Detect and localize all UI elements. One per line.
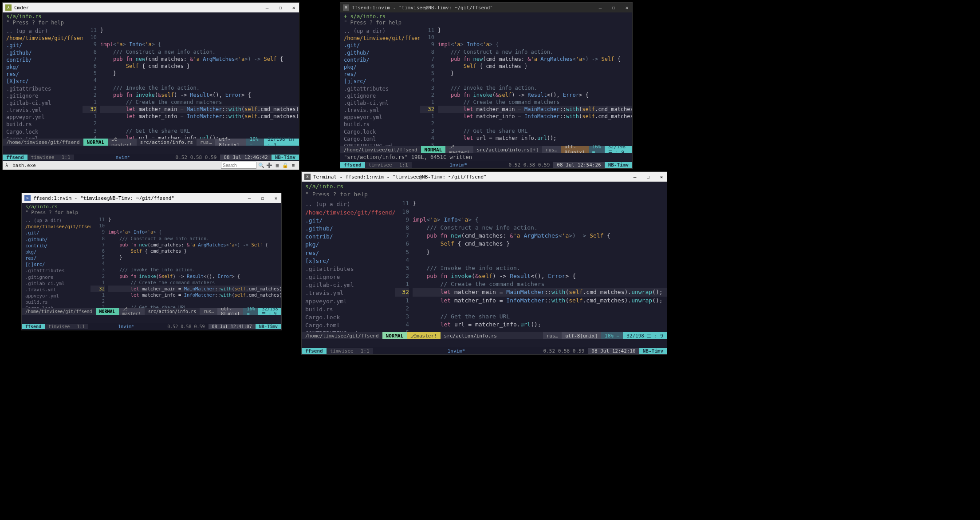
tree-item[interactable]: .github/ (6, 49, 79, 56)
tree-item[interactable]: .gitignore (25, 274, 87, 280)
file-tree[interactable]: .. (up a dir) /home/timvisee/git/ffsend/… (22, 216, 91, 308)
tree-item[interactable]: .gitignore (344, 92, 417, 99)
shell-tab-label[interactable]: bash.exe (12, 163, 36, 168)
tree-item[interactable]: .gitlab-ci.yml (305, 281, 391, 289)
file-tree[interactable]: .. (up a dir) /home/timvisee/git/ffsend/… (340, 27, 420, 146)
tree-item[interactable]: .github/ (25, 236, 87, 242)
tmux-tab-idle[interactable]: timvisee (28, 155, 58, 160)
tree-item[interactable]: build.rs (344, 121, 417, 128)
minimize-button[interactable]: — (247, 195, 252, 201)
tree-item[interactable]: .gitlab-ci.yml (25, 280, 87, 286)
tree-item[interactable]: [x]src/ (305, 257, 391, 265)
tmux-tab-active[interactable]: ffsend (302, 348, 327, 354)
cmdline[interactable] (3, 146, 299, 154)
tree-item[interactable]: pkg/ (6, 64, 79, 71)
cmdline[interactable] (302, 339, 667, 347)
tree-item[interactable]: Cargo.lock (6, 128, 79, 135)
tree-item[interactable]: .travis.yml (6, 107, 79, 114)
tree-item[interactable]: .gitlab-ci.yml (6, 99, 79, 107)
menu-icon[interactable]: ≡ (290, 163, 296, 168)
tree-item[interactable]: pkg/ (344, 64, 417, 71)
tree-item[interactable]: .travis.yml (344, 107, 417, 114)
tree-item[interactable]: res/ (344, 71, 417, 78)
titlebar[interactable]: λ Cmder — ☐ ✕ (3, 3, 299, 12)
tree-item[interactable]: .git/ (6, 42, 79, 49)
tree-item[interactable]: appveyor.yml (6, 114, 79, 121)
tree-item[interactable]: .gitignore (6, 92, 79, 99)
tree-item[interactable]: .git/ (25, 230, 87, 236)
tree-root[interactable]: /home/timvisee/git/ffsend/ (344, 35, 417, 42)
code-pane[interactable]: } impl<'a> Info<'a> { /// Construct a ne… (108, 216, 281, 308)
tree-item[interactable]: [X]src/ (6, 78, 79, 85)
tree-item[interactable]: pkg/ (25, 249, 87, 255)
tree-root[interactable]: /home/timvisee/git/ffsend/ (25, 223, 87, 230)
tree-item[interactable]: .gitignore (305, 273, 391, 281)
tree-item[interactable]: contrib/ (25, 242, 87, 249)
tree-item[interactable]: Cargo.toml (305, 322, 391, 329)
tree-item[interactable]: .gitattributes (25, 267, 87, 274)
titlebar[interactable]: > ffsend:1:nvim - "timvisee@NB-Timv: ~/g… (22, 193, 281, 203)
tree-item[interactable]: appveyor.yml (305, 298, 391, 306)
tree-item[interactable]: contrib/ (305, 233, 391, 241)
tree-item[interactable]: build.rs (305, 306, 391, 314)
tree-item[interactable]: appveyor.yml (25, 293, 87, 299)
code-pane[interactable]: } impl<'a> Info<'a> { /// Construct a ne… (413, 199, 667, 332)
minimize-button[interactable]: — (598, 5, 603, 11)
tree-item[interactable]: .gitattributes (6, 85, 79, 92)
tree-item[interactable]: .gitattributes (344, 85, 417, 92)
close-button[interactable]: ✕ (291, 5, 296, 11)
tree-item[interactable]: Cargo.lock (344, 128, 417, 135)
close-button[interactable]: ✕ (273, 195, 279, 201)
close-button[interactable]: ✕ (624, 5, 630, 11)
tree-item[interactable]: contrib/ (344, 56, 417, 64)
minimize-button[interactable]: — (264, 5, 270, 11)
tmux-tab-active[interactable]: ffsend (3, 155, 28, 160)
tree-updir[interactable]: .. (up a dir) (6, 28, 79, 35)
tmux-tab-idle[interactable]: timvisee (45, 324, 73, 329)
tree-root[interactable]: /home/timvisee/git/ffsend/ (305, 209, 391, 217)
tree-item[interactable]: Cargo.toml (344, 135, 417, 143)
maximize-button[interactable]: ☐ (260, 195, 265, 201)
titlebar[interactable]: ⌘ Terminal - ffsend:1:nvim - "timvisee@N… (302, 172, 667, 182)
lock-icon[interactable]: 🔒 (282, 163, 288, 168)
tree-item[interactable]: [▯]src/ (25, 261, 87, 267)
tree-item[interactable]: .gitattributes (305, 265, 391, 273)
tree-item[interactable]: res/ (305, 249, 391, 257)
tmux-tab-active[interactable]: ffsend (22, 324, 45, 329)
tmux-tab-idle[interactable]: timvisee (327, 348, 357, 354)
tree-item[interactable]: res/ (6, 71, 79, 78)
file-tree[interactable]: .. (up a dir) /home/timvisee/git/ffsend/… (302, 199, 395, 332)
cmdline[interactable] (22, 315, 281, 323)
search-input[interactable] (221, 162, 256, 169)
tree-updir[interactable]: .. (up a dir) (25, 217, 87, 223)
code-pane[interactable]: } impl<'a> Info<'a> { /// Construct a ne… (438, 27, 632, 146)
code-pane[interactable]: } impl<'a> Info<'a> { /// Construct a ne… (100, 27, 299, 139)
tree-item[interactable]: .gitlab-ci.yml (344, 99, 417, 107)
tree-item[interactable]: res/ (25, 255, 87, 261)
tree-item[interactable]: appveyor.yml (344, 114, 417, 121)
titlebar[interactable]: ⌘ ffsend:1:nvim - "timvisee@NB-Timv: ~/g… (340, 3, 632, 12)
tmux-tab-active[interactable]: ffsend (340, 162, 365, 168)
tree-updir[interactable]: .. (up a dir) (344, 28, 417, 35)
search-icon[interactable]: 🔍 (258, 163, 264, 168)
tree-item[interactable]: .github/ (305, 225, 391, 233)
tree-item[interactable]: .git/ (344, 42, 417, 49)
tmux-tab-idle[interactable]: timvisee (365, 162, 396, 168)
tree-item[interactable]: CONTRIBUTING.md (344, 143, 417, 146)
tree-item[interactable]: pkg/ (305, 241, 391, 249)
tree-updir[interactable]: .. (up a dir) (305, 200, 391, 208)
tree-item[interactable]: .travis.yml (25, 286, 87, 293)
tree-item[interactable]: .git/ (305, 217, 391, 225)
maximize-button[interactable]: ☐ (278, 5, 283, 11)
tree-item[interactable]: Cargo.toml (6, 135, 79, 139)
maximize-button[interactable]: ☐ (645, 174, 651, 180)
tree-item[interactable]: Cargo.lock (305, 314, 391, 322)
tree-item[interactable]: [▯]src/ (344, 78, 417, 85)
add-tab-icon[interactable]: ➕ (266, 163, 272, 168)
maximize-button[interactable]: ☐ (611, 5, 616, 11)
tree-item[interactable]: .travis.yml (305, 289, 391, 297)
minimize-button[interactable]: — (632, 174, 638, 180)
split-icon[interactable]: ▦ (274, 163, 280, 168)
tree-item[interactable]: build.rs (6, 121, 79, 128)
tree-item[interactable]: .github/ (344, 49, 417, 56)
